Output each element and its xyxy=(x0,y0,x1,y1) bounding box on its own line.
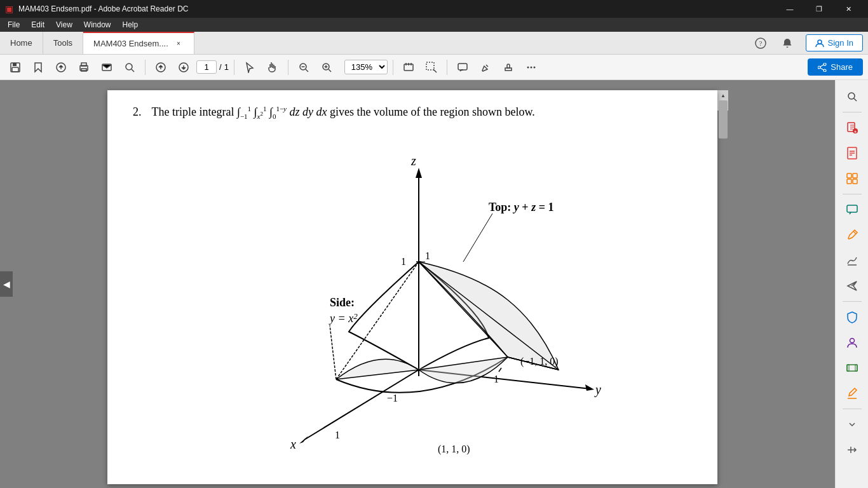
hand-tool[interactable] xyxy=(262,57,283,78)
right-action[interactable] xyxy=(841,331,864,354)
close-button[interactable]: ✕ xyxy=(834,0,863,18)
svg-rect-9 xyxy=(81,63,86,66)
upload-button[interactable] xyxy=(51,57,71,78)
svg-line-39 xyxy=(304,370,419,440)
right-expand[interactable] xyxy=(841,413,864,436)
top-label: Top: y + z = 1 xyxy=(489,201,553,214)
right-export-pdf[interactable]: + xyxy=(841,116,864,139)
zoom-out-button[interactable] xyxy=(294,57,314,78)
scroll-thumb[interactable] xyxy=(719,100,728,139)
window-title: ▣ MAM403 Endsem.pdf - Adobe Acrobat Read… xyxy=(5,4,188,14)
bookmark-button[interactable] xyxy=(28,57,48,78)
zoom-select[interactable]: 135% 100% 75% 150% 200% xyxy=(344,60,388,74)
marquee-zoom[interactable] xyxy=(421,57,442,78)
cursor-tool[interactable] xyxy=(240,57,260,78)
y-tick-1: 1 xyxy=(494,374,499,384)
minus1-label: −1 xyxy=(387,393,398,403)
y-axis-label: y xyxy=(594,383,601,397)
z-tick-1: 1 xyxy=(401,256,406,267)
comment-button[interactable] xyxy=(452,57,473,78)
right-panel: + xyxy=(835,80,868,488)
pdf-area: ◀ 2. The triple integral ∫−11 ∫x21 ∫01−y… xyxy=(0,80,835,488)
menu-edit[interactable]: Edit xyxy=(26,19,50,30)
right-edit2[interactable] xyxy=(841,382,864,405)
bell-icon[interactable] xyxy=(774,32,801,54)
zoom-in-button[interactable] xyxy=(316,57,337,78)
right-separator-3 xyxy=(843,301,862,302)
right-share[interactable] xyxy=(841,274,864,297)
menu-bar: File Edit View Window Help xyxy=(0,18,868,32)
right-separator-1 xyxy=(843,112,862,112)
toolbar: 1 / 1 135% 100% 75% 150% 200% xyxy=(0,55,868,80)
right-back[interactable] xyxy=(841,438,864,461)
svg-marker-6 xyxy=(35,63,41,72)
right-comment[interactable] xyxy=(841,198,864,221)
sign-in-button[interactable]: Sign In xyxy=(806,34,863,51)
tab-close-button[interactable]: × xyxy=(173,39,184,49)
menu-file[interactable]: File xyxy=(3,19,25,30)
separator-1 xyxy=(145,60,146,75)
app-icon: ▣ xyxy=(5,4,13,14)
right-search-tool[interactable] xyxy=(841,85,864,108)
svg-point-53 xyxy=(848,93,855,99)
svg-point-2 xyxy=(818,40,822,44)
right-media[interactable] xyxy=(841,356,864,379)
scroll-up-button[interactable]: ▲ xyxy=(718,90,728,100)
page-input[interactable]: 1 xyxy=(196,60,217,74)
problem-number: 2. xyxy=(133,103,142,121)
right-sign[interactable] xyxy=(841,249,864,272)
window-controls: — ❐ ✕ xyxy=(775,0,863,18)
svg-point-30 xyxy=(824,63,826,65)
main-area: ◀ 2. The triple integral ∫−11 ∫x21 ∫01−y… xyxy=(0,80,868,488)
svg-rect-66 xyxy=(847,205,857,212)
nav-down-button[interactable] xyxy=(173,57,194,78)
right-edit[interactable] xyxy=(841,224,864,247)
minimize-button[interactable]: — xyxy=(775,0,804,18)
save-button[interactable] xyxy=(5,57,25,78)
svg-line-51 xyxy=(463,214,492,262)
help-icon[interactable]: ? xyxy=(747,32,774,54)
svg-line-54 xyxy=(854,98,857,101)
svg-rect-63 xyxy=(853,173,857,178)
page-total: 1 xyxy=(224,62,229,72)
svg-line-25 xyxy=(433,69,437,72)
tab-spacer xyxy=(194,32,747,54)
scrollbar[interactable]: ▲ ▼ xyxy=(717,90,728,111)
svg-point-27 xyxy=(527,66,529,68)
fit-page-button[interactable] xyxy=(398,57,419,78)
left-panel-toggle[interactable]: ◀ xyxy=(0,271,13,297)
svg-rect-24 xyxy=(426,62,434,70)
side-equation: y = x2 xyxy=(329,311,358,325)
email-button[interactable] xyxy=(97,57,117,78)
stamp-button[interactable] xyxy=(498,57,519,78)
problem-content: The triple integral ∫−11 ∫x21 ∫01−y dz d… xyxy=(152,103,535,122)
separator-3 xyxy=(288,60,288,75)
menu-window[interactable]: Window xyxy=(79,19,116,30)
right-organize[interactable] xyxy=(841,167,864,190)
tab-home[interactable]: Home xyxy=(0,32,43,54)
maximize-button[interactable]: ❐ xyxy=(804,0,834,18)
right-separator-4 xyxy=(843,409,862,409)
menu-help[interactable]: Help xyxy=(118,19,144,30)
share-button[interactable]: Share xyxy=(808,58,863,76)
more-tools[interactable] xyxy=(521,57,541,78)
tab-document[interactable]: MAM403 Endsem.... × xyxy=(83,32,194,54)
svg-line-44 xyxy=(330,325,336,379)
svg-rect-71 xyxy=(847,365,849,371)
nav-up-button[interactable] xyxy=(151,57,171,78)
right-protect[interactable] xyxy=(841,306,864,329)
svg-marker-36 xyxy=(416,168,422,178)
right-export-plus[interactable] xyxy=(841,142,864,165)
problem-text: 2. The triple integral ∫−11 ∫x21 ∫01−y d… xyxy=(133,103,692,122)
tab-tools[interactable]: Tools xyxy=(43,32,83,54)
find-button[interactable] xyxy=(119,57,140,78)
pdf-page: 2. The triple integral ∫−11 ∫x21 ∫01−y d… xyxy=(107,90,717,484)
svg-rect-65 xyxy=(853,179,857,184)
highlight-button[interactable] xyxy=(475,57,496,78)
svg-text:?: ? xyxy=(759,39,762,47)
zoom-controls: 135% 100% 75% 150% 200% xyxy=(344,60,388,74)
svg-marker-40 xyxy=(299,436,308,444)
tab-tools-label: Tools xyxy=(53,38,72,48)
menu-view[interactable]: View xyxy=(51,19,78,30)
print-button[interactable] xyxy=(74,57,94,78)
